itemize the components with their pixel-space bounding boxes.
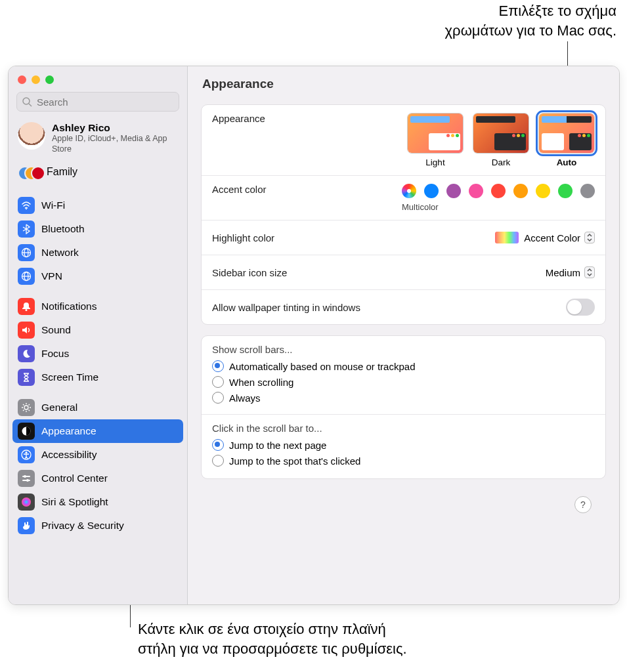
sidebar-item-sound[interactable]: Sound (9, 318, 187, 342)
sidebar-item-accessibility[interactable]: Accessibility (9, 443, 187, 467)
appearance-caption: Auto (538, 158, 595, 167)
sidebar-item-focus[interactable]: Focus (9, 342, 187, 366)
close-button[interactable] (18, 75, 26, 84)
accent-color-8[interactable] (580, 184, 595, 198)
sidebar-item-screen-time[interactable]: Screen Time (9, 366, 187, 389)
svg-point-9 (26, 309, 28, 311)
radio-label: Always (229, 392, 261, 404)
family-row[interactable]: Family (9, 159, 187, 187)
appearance-icon (18, 423, 35, 440)
callout-bottom: Κάντε κλικ σε ένα στοιχείο στην πλαϊνή σ… (138, 620, 407, 658)
sidebar-item-label: Screen Time (41, 371, 98, 383)
tinting-toggle[interactable] (566, 299, 595, 316)
svg-point-16 (24, 475, 26, 478)
scrollbars-option[interactable]: When scrolling (212, 376, 595, 388)
family-icon (18, 165, 40, 179)
highlight-select[interactable]: Accent Color (524, 232, 595, 243)
appearance-preview (538, 113, 595, 154)
highlight-value: Accent Color (524, 232, 580, 243)
maximize-button[interactable] (45, 75, 54, 84)
accent-color-4[interactable] (491, 184, 506, 198)
sidebar-item-appearance[interactable]: Appearance (12, 419, 183, 443)
hourglass-icon (18, 369, 35, 386)
sidebar-item-label: VPN (41, 270, 62, 282)
appearance-caption: Light (407, 158, 464, 167)
accent-color-3[interactable] (469, 184, 483, 198)
bluetooth-icon (18, 220, 35, 238)
minimize-button[interactable] (32, 75, 40, 84)
click-heading: Click in the scroll bar to... (202, 415, 605, 436)
gear-icon (18, 399, 35, 416)
sidebar-item-label: Wi-Fi (41, 200, 65, 211)
sidebar-item-vpn[interactable]: VPN (9, 264, 187, 288)
settings-window: Ashley Rico Apple ID, iCloud+, Media & A… (8, 66, 620, 605)
appearance-preview (407, 113, 464, 154)
svg-point-13 (26, 452, 28, 453)
accessibility-icon (18, 446, 35, 463)
svg-point-0 (23, 98, 30, 104)
chevron-updown-icon (584, 266, 595, 278)
sidebar-item-control-center[interactable]: Control Center (9, 467, 187, 490)
sidebar-item-label: General (41, 402, 77, 413)
appearance-preview (473, 113, 529, 154)
accent-color-0[interactable] (402, 184, 416, 198)
accent-color-6[interactable] (536, 184, 550, 198)
accent-color-5[interactable] (513, 184, 528, 198)
appearance-label: Appearance (212, 113, 265, 124)
globe-icon (18, 244, 35, 261)
accent-color-1[interactable] (424, 184, 439, 198)
sidebar-item-privacy-security[interactable]: Privacy & Security (9, 514, 187, 537)
sidebar-item-label: Bluetooth (41, 223, 85, 235)
family-label: Family (47, 166, 77, 178)
sidebar-item-label: Accessibility (41, 449, 97, 461)
accent-color-7[interactable] (558, 184, 573, 198)
highlight-swatch (495, 232, 519, 243)
sidebar-item-notifications[interactable]: Notifications (9, 295, 187, 318)
appearance-option-auto[interactable]: Auto (538, 113, 595, 167)
icon-size-value: Medium (546, 267, 580, 278)
hand-icon (18, 517, 35, 534)
icon-size-select[interactable]: Medium (546, 266, 595, 278)
avatar (18, 122, 45, 150)
click-option[interactable]: Jump to the next page (212, 439, 595, 451)
sidebar: Ashley Rico Apple ID, iCloud+, Media & A… (9, 66, 188, 604)
svg-point-17 (26, 479, 29, 482)
bell-icon (18, 298, 35, 315)
main-panel: Appearance Appearance Light Dark (188, 66, 619, 604)
sidebar-item-general[interactable]: General (9, 396, 187, 419)
appearance-panel: Appearance Light Dark Auto Accent (201, 104, 606, 325)
radio-icon (212, 376, 224, 388)
sidebar-item-label: Notifications (41, 301, 97, 312)
chevron-updown-icon (584, 232, 595, 243)
search-input[interactable] (16, 92, 179, 112)
radio-icon (212, 439, 224, 451)
sidebar-item-bluetooth[interactable]: Bluetooth (9, 217, 187, 241)
account-sub: Apple ID, iCloud+, Media & App Store (52, 134, 178, 154)
tinting-label: Allow wallpaper tinting in windows (212, 302, 360, 313)
scrollbars-option[interactable]: Always (212, 392, 595, 404)
appearance-option-light[interactable]: Light (407, 113, 464, 167)
accent-label: Accent color (212, 184, 267, 195)
click-option[interactable]: Jump to the spot that's clicked (212, 455, 595, 467)
accent-color-2[interactable] (446, 184, 461, 198)
sidebar-item-label: Sound (41, 324, 71, 336)
sliders-icon (18, 470, 35, 487)
icon-size-label: Sidebar icon size (212, 267, 287, 278)
callout-top: Επιλέξτε το σχήμα χρωμάτων για το Mac σα… (445, 1, 616, 40)
wifi-icon (18, 197, 35, 214)
appearance-caption: Dark (473, 158, 529, 167)
radio-icon (212, 455, 224, 467)
radio-label: When scrolling (229, 377, 293, 388)
sidebar-item-wi-fi[interactable]: Wi-Fi (9, 194, 187, 217)
sidebar-item-network[interactable]: Network (9, 241, 187, 264)
sidebar-item-label: Focus (41, 348, 69, 360)
window-controls (9, 66, 187, 89)
account-row[interactable]: Ashley Rico Apple ID, iCloud+, Media & A… (9, 118, 187, 159)
speaker-icon (18, 322, 35, 339)
svg-line-1 (29, 104, 32, 106)
help-button[interactable]: ? (574, 496, 592, 513)
sidebar-item-siri-spotlight[interactable]: Siri & Spotlight (9, 490, 187, 514)
sidebar-item-label: Control Center (41, 472, 108, 484)
scrollbars-option[interactable]: Automatically based on mouse or trackpad (212, 360, 595, 372)
appearance-option-dark[interactable]: Dark (473, 113, 529, 167)
